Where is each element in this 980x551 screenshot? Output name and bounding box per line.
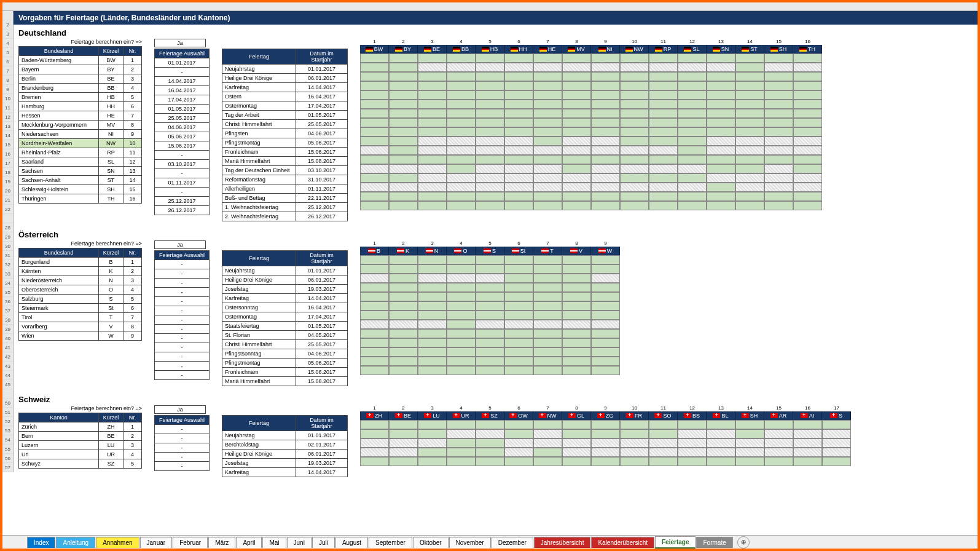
matrix-cell[interactable]	[562, 448, 591, 457]
matrix-cell[interactable]	[418, 264, 447, 274]
matrix-cell[interactable]	[591, 100, 620, 109]
matrix-cell[interactable]	[764, 100, 793, 109]
matrix-cell[interactable]	[591, 283, 620, 292]
matrix-cell[interactable]	[476, 264, 504, 274]
table-row[interactable]: -	[155, 188, 210, 197]
matrix-cell[interactable]	[533, 192, 562, 201]
table-row[interactable]: -	[155, 352, 210, 362]
matrix-cell[interactable]	[764, 164, 793, 173]
matrix-cell[interactable]	[591, 301, 620, 311]
matrix-cell[interactable]	[360, 274, 389, 283]
matrix-cell[interactable]	[764, 118, 793, 127]
table-row[interactable]: Berchtoldstag02.01.2017	[222, 440, 348, 450]
matrix-cell[interactable]	[476, 329, 504, 338]
table-row[interactable]: Pfingstmontag05.06.2017	[222, 359, 348, 368]
matrix-cell[interactable]	[447, 146, 476, 155]
matrix-cell[interactable]	[678, 201, 707, 210]
matrix-cell[interactable]	[678, 54, 707, 63]
matrix-cell[interactable]	[620, 457, 649, 466]
matrix-cell[interactable]	[649, 90, 678, 100]
matrix-cell[interactable]	[793, 127, 822, 137]
table-row[interactable]: Baden-WürttembergBW1	[19, 56, 142, 65]
matrix-cell[interactable]	[476, 347, 504, 357]
table-row[interactable]: Karfreitag14.04.2017	[222, 294, 348, 303]
matrix-cell[interactable]	[591, 366, 620, 375]
matrix-cell[interactable]	[822, 438, 851, 448]
matrix-cell[interactable]	[707, 183, 735, 192]
matrix-cell[interactable]	[360, 283, 389, 292]
matrix-cell[interactable]	[678, 173, 707, 183]
matrix-cell[interactable]	[360, 81, 389, 90]
matrix-cell[interactable]	[389, 420, 418, 429]
matrix-cell[interactable]	[735, 72, 764, 81]
matrix-cell[interactable]	[591, 81, 620, 90]
matrix-cell[interactable]	[678, 100, 707, 109]
matrix-cell[interactable]	[591, 357, 620, 366]
matrix-cell[interactable]	[360, 420, 389, 429]
matrix-cell[interactable]	[418, 173, 447, 183]
table-row[interactable]: Heilige Drei Könige06.01.2017	[222, 276, 348, 285]
table-row[interactable]: Reformationstag31.10.2017	[222, 175, 348, 184]
matrix-cell[interactable]	[504, 283, 533, 292]
matrix-cell[interactable]	[793, 54, 822, 63]
matrix-cell[interactable]	[620, 137, 649, 146]
table-row[interactable]: BrandenburgBB4	[19, 84, 142, 93]
ja-cell-de[interactable]: Ja	[154, 39, 206, 47]
matrix-cell[interactable]	[504, 457, 533, 466]
table-row[interactable]: Neujahrstag01.01.2017	[222, 65, 348, 74]
matrix-cell[interactable]	[707, 201, 735, 210]
table-row[interactable]: Pfingstsonntag04.06.2017	[222, 349, 348, 359]
table-row[interactable]: -	[155, 315, 210, 325]
matrix-cell[interactable]	[562, 146, 591, 155]
matrix-cell[interactable]	[764, 146, 793, 155]
matrix-cell[interactable]	[533, 448, 562, 457]
matrix-cell[interactable]	[562, 320, 591, 329]
matrix-cell[interactable]	[562, 357, 591, 366]
matrix-cell[interactable]	[562, 173, 591, 183]
matrix-cell[interactable]	[793, 146, 822, 155]
matrix-cell[interactable]	[562, 109, 591, 118]
matrix-cell[interactable]	[649, 54, 678, 63]
sheet-tab-kalenderübersicht[interactable]: Kalenderübersicht	[591, 537, 654, 548]
matrix-cell[interactable]	[476, 438, 504, 448]
table-row[interactable]: Karfreitag14.04.2017	[222, 83, 348, 92]
matrix-cell[interactable]	[591, 429, 620, 438]
matrix-cell[interactable]	[504, 429, 533, 438]
matrix-cell[interactable]	[562, 420, 591, 429]
matrix-cell[interactable]	[418, 183, 447, 192]
table-row[interactable]: Mariä Himmelfahrt15.08.2017	[222, 377, 348, 386]
matrix-cell[interactable]	[389, 366, 418, 375]
matrix-cell[interactable]	[447, 192, 476, 201]
matrix-cell[interactable]	[649, 173, 678, 183]
matrix-cell[interactable]	[533, 183, 562, 192]
matrix-cell[interactable]	[360, 63, 389, 72]
matrix-cell[interactable]	[504, 146, 533, 155]
table-row[interactable]: -	[155, 343, 210, 352]
matrix-cell[interactable]	[476, 283, 504, 292]
matrix-cell[interactable]	[591, 264, 620, 274]
matrix-cell[interactable]	[735, 201, 764, 210]
matrix-cell[interactable]	[764, 72, 793, 81]
matrix-cell[interactable]	[389, 173, 418, 183]
matrix-cell[interactable]	[533, 429, 562, 438]
matrix-cell[interactable]	[649, 420, 678, 429]
table-row[interactable]: -	[155, 462, 210, 471]
matrix-cell[interactable]	[735, 457, 764, 466]
matrix-cell[interactable]	[735, 183, 764, 192]
table-row[interactable]: Mariä Himmelfahrt15.08.2017	[222, 157, 348, 166]
matrix-cell[interactable]	[360, 438, 389, 448]
table-row[interactable]: KärntenK2	[19, 267, 142, 276]
matrix-cell[interactable]	[389, 311, 418, 320]
matrix-cell[interactable]	[533, 127, 562, 137]
matrix-cell[interactable]	[447, 347, 476, 357]
matrix-cell[interactable]	[418, 109, 447, 118]
table-bundeslaender-de[interactable]: Bundesland Kürzel Nr. Baden-WürttembergB…	[18, 46, 142, 204]
matrix-cell[interactable]	[649, 155, 678, 164]
matrix-cell[interactable]	[360, 292, 389, 301]
matrix-cell[interactable]	[793, 137, 822, 146]
matrix-cell[interactable]	[735, 173, 764, 183]
matrix-cell[interactable]	[562, 274, 591, 283]
matrix-cell[interactable]	[476, 63, 504, 72]
matrix-cell[interactable]	[476, 90, 504, 100]
matrix-cell[interactable]	[360, 347, 389, 357]
